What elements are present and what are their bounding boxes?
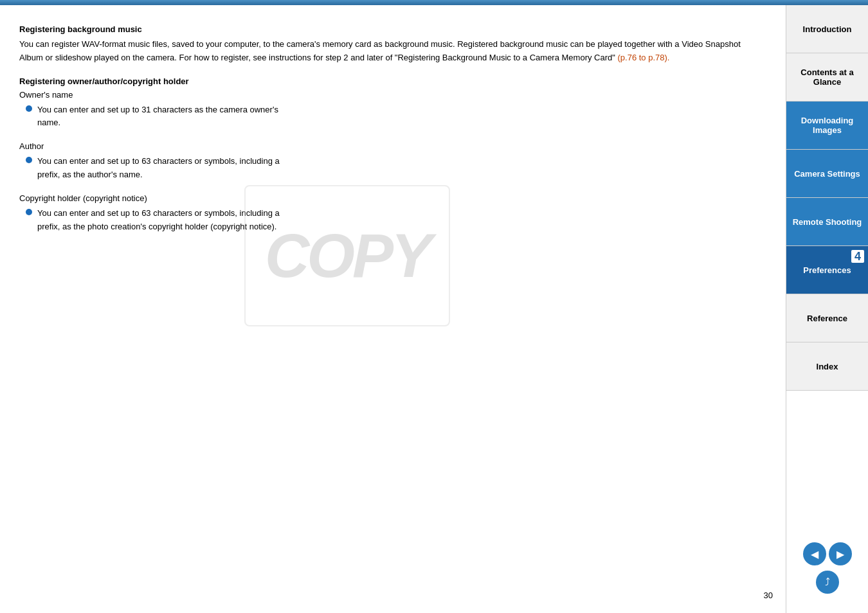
copyright-text-2: prefix, as the photo creation's copyrigh… [37, 220, 280, 234]
sidebar-label-downloading: Downloading Images [790, 116, 864, 135]
sidebar-item-preferences[interactable]: Preferences 4 [786, 246, 868, 294]
sidebar-label-remote-shooting: Remote Shooting [793, 217, 862, 227]
author-label: Author [19, 141, 760, 151]
top-bar [0, 0, 868, 5]
owners-name-text-2: name. [37, 116, 278, 130]
sidebar-item-remote-shooting[interactable]: Remote Shooting [786, 198, 868, 246]
author-text-2: prefix, as the author's name. [37, 168, 280, 182]
sidebar-label-reference: Reference [807, 314, 847, 323]
owners-name-text-1: You can enter and set up to 31 character… [37, 103, 278, 117]
bottom-nav: ◀ ▶ ⤴ [786, 542, 868, 613]
sidebar: Introduction Contents at a Glance Downlo… [786, 5, 868, 613]
sidebar-label-preferences: Preferences [803, 265, 851, 275]
section-owner-copyright: Registering owner/author/copyright holde… [19, 76, 760, 234]
prev-arrow-button[interactable]: ◀ [803, 542, 826, 565]
sidebar-spacer [786, 391, 868, 542]
section-body-bg-music: You can register WAV-format music files,… [19, 38, 760, 65]
owners-name-bullet: You can enter and set up to 31 character… [19, 103, 760, 130]
author-bullet: You can enter and set up to 63 character… [19, 155, 760, 182]
sidebar-item-contents[interactable]: Contents at a Glance [786, 53, 868, 102]
section-title-bg-music: Registering background music [19, 24, 760, 34]
bullet-dot-icon-2 [26, 157, 32, 163]
layout: Registering background music You can reg… [0, 5, 868, 613]
copyright-label: Copyright holder (copyright notice) [19, 193, 760, 203]
owners-name-label: Owner's name [19, 90, 760, 100]
sidebar-item-introduction[interactable]: Introduction [786, 5, 868, 53]
section-link-text[interactable]: (p.76 to p.78). [618, 53, 670, 62]
sidebar-label-contents: Contents at a Glance [790, 67, 864, 87]
home-button[interactable]: ⤴ [816, 571, 839, 594]
subsection-copyright: Copyright holder (copyright notice) You … [19, 193, 760, 234]
sidebar-item-downloading[interactable]: Downloading Images [786, 102, 868, 150]
sidebar-label-camera-settings: Camera Settings [794, 169, 860, 179]
sidebar-label-introduction: Introduction [803, 24, 852, 34]
sidebar-label-index: Index [817, 362, 838, 371]
section-background-music: Registering background music You can reg… [19, 24, 760, 65]
sidebar-item-index[interactable]: Index [786, 342, 868, 391]
main-content: Registering background music You can reg… [0, 5, 786, 613]
next-arrow-icon: ▶ [836, 548, 844, 560]
bullet-dot-icon [26, 105, 32, 112]
author-text-1: You can enter and set up to 63 character… [37, 155, 280, 168]
sidebar-item-reference[interactable]: Reference [786, 294, 868, 342]
sidebar-item-camera-settings[interactable]: Camera Settings [786, 150, 868, 198]
next-arrow-button[interactable]: ▶ [829, 542, 852, 565]
preferences-number-badge: 4 [851, 250, 864, 263]
copyright-bullet: You can enter and set up to 63 character… [19, 207, 760, 234]
home-icon: ⤴ [825, 576, 830, 588]
arrow-row: ◀ ▶ [803, 542, 852, 565]
page-number: 30 [764, 591, 773, 600]
section-title-owner: Registering owner/author/copyright holde… [19, 76, 760, 86]
prev-arrow-icon: ◀ [811, 548, 818, 560]
subsection-owners-name: Owner's name You can enter and set up to… [19, 90, 760, 130]
copyright-text-1: You can enter and set up to 63 character… [37, 207, 280, 220]
subsection-author: Author You can enter and set up to 63 ch… [19, 141, 760, 182]
bullet-dot-icon-3 [26, 209, 32, 215]
